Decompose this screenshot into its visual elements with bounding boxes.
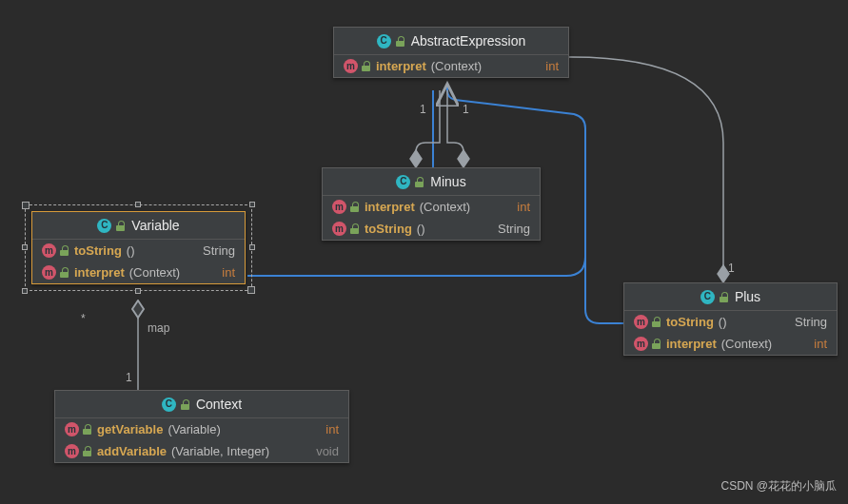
method-return: String (203, 243, 235, 258)
method-return: int (545, 59, 559, 73)
method-return: String (795, 315, 827, 329)
class-icon: C (162, 397, 176, 412)
class-name-label: Plus (735, 289, 760, 304)
method-icon: m (42, 243, 56, 258)
class-title: C Variable (32, 212, 245, 239)
method-row[interactable]: m interpret(Context) int (323, 196, 540, 218)
lock-icon (414, 177, 424, 187)
method-row[interactable]: m interpret(Context) int (32, 262, 245, 283)
member-list: m getVariable(Variable) int m addVariabl… (55, 417, 348, 462)
method-icon: m (65, 444, 79, 458)
class-icon: C (377, 34, 391, 48)
multiplicity-label: 1 (420, 103, 426, 116)
method-row[interactable]: m interpret(Context) int (624, 333, 837, 355)
lock-icon (82, 446, 92, 456)
lock-icon (115, 221, 126, 231)
class-name-label: Variable (131, 218, 179, 233)
lock-icon (82, 424, 92, 435)
method-icon: m (332, 222, 346, 236)
lock-icon (349, 202, 360, 212)
method-return: int (814, 337, 827, 351)
method-name: toString (74, 243, 122, 258)
method-name: interpret (376, 59, 426, 73)
lock-icon (59, 245, 69, 256)
multiplicity-label: * (81, 312, 86, 325)
method-params: (Context) (129, 265, 180, 280)
method-row[interactable]: m toString() String (32, 240, 245, 262)
class-title: C Plus (624, 283, 837, 310)
method-params: () (719, 315, 727, 329)
lock-icon (395, 36, 405, 47)
class-icon: C (97, 219, 111, 233)
class-icon: C (396, 175, 410, 189)
lock-icon (361, 61, 371, 71)
method-return: int (325, 422, 339, 436)
class-name-label: AbstractExpression (411, 33, 526, 48)
lock-icon (180, 399, 190, 410)
method-icon: m (332, 200, 346, 214)
watermark: CSDN @花花的小脑瓜 (720, 478, 837, 494)
lock-icon (651, 317, 661, 327)
method-name: interpret (666, 337, 717, 351)
class-context[interactable]: C Context m getVariable(Variable) int m … (54, 390, 349, 463)
method-return: void (316, 444, 339, 458)
class-name-label: Minus (430, 174, 465, 189)
method-name: toString (666, 315, 714, 329)
class-abstract-expression[interactable]: C AbstractExpression m interpret(Context… (333, 27, 569, 78)
method-row[interactable]: m getVariable(Variable) int (55, 418, 348, 440)
member-list: m toString() String m interpret(Context)… (32, 239, 245, 283)
method-return: int (222, 265, 235, 280)
class-title: C AbstractExpression (334, 28, 568, 54)
method-name: toString (365, 222, 412, 236)
multiplicity-label: 1 (463, 103, 469, 116)
method-params: (Context) (431, 59, 482, 73)
method-params: () (417, 222, 425, 236)
method-row[interactable]: m toString() String (624, 311, 837, 333)
member-list: m interpret(Context) int m toString() St… (323, 195, 540, 240)
method-row[interactable]: m addVariable(Variable, Integer) void (55, 440, 348, 462)
method-params: (Variable) (168, 422, 220, 436)
lock-icon (59, 267, 69, 278)
lock-icon (719, 292, 729, 302)
class-title: C Minus (323, 168, 540, 195)
class-icon: C (700, 290, 715, 304)
method-name: interpret (365, 200, 415, 214)
method-icon: m (634, 337, 648, 351)
role-label: map (148, 321, 169, 335)
class-minus[interactable]: C Minus m interpret(Context) int m toStr… (322, 167, 541, 241)
method-row[interactable]: m interpret(Context) int (334, 55, 568, 77)
method-name: addVariable (97, 444, 167, 458)
class-plus[interactable]: C Plus m toString() String m interpret(C… (623, 282, 838, 356)
method-icon: m (65, 422, 79, 436)
class-variable[interactable]: C Variable m toString() String m interpr… (31, 211, 246, 284)
class-title: C Context (55, 391, 348, 417)
member-list: m toString() String m interpret(Context)… (624, 310, 837, 355)
lock-icon (349, 223, 360, 234)
method-name: interpret (74, 265, 125, 280)
method-return: String (498, 222, 530, 236)
multiplicity-label: 1 (126, 371, 132, 384)
method-return: int (517, 200, 530, 214)
method-params: (Variable, Integer) (171, 444, 269, 458)
method-icon: m (344, 59, 358, 73)
lock-icon (651, 339, 661, 349)
member-list: m interpret(Context) int (334, 54, 568, 77)
method-icon: m (634, 315, 648, 329)
multiplicity-label: 1 (728, 262, 735, 275)
method-params: (Context) (721, 337, 772, 351)
method-row[interactable]: m toString() String (323, 218, 540, 240)
method-name: getVariable (97, 422, 163, 436)
method-params: () (127, 243, 135, 258)
class-name-label: Context (196, 397, 242, 412)
method-params: (Context) (420, 200, 470, 214)
method-icon: m (42, 265, 56, 280)
